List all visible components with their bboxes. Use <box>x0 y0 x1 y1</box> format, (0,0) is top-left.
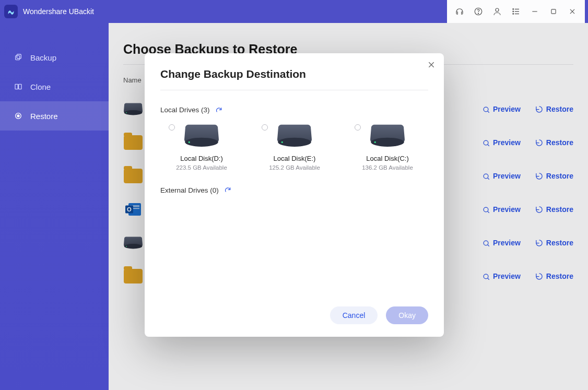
modal-title: Change Backup Destination <box>160 68 428 80</box>
drive-available: 223.5 GB Available <box>176 164 227 171</box>
refresh-icon[interactable] <box>215 107 222 114</box>
svg-point-45 <box>281 141 283 143</box>
local-drives-header: Local Drives (3) <box>160 106 428 114</box>
app-logo <box>4 5 18 18</box>
modal-footer: Cancel Okay <box>160 306 428 324</box>
modal-divider <box>160 90 428 90</box>
svg-point-1 <box>478 13 478 14</box>
svg-rect-10 <box>551 9 556 14</box>
drive-available: 136.2 GB Available <box>362 164 413 171</box>
drive-icon <box>277 123 312 148</box>
clone-icon <box>14 82 23 91</box>
sidebar-item-backup[interactable]: Backup <box>0 43 109 72</box>
svg-point-43 <box>189 141 190 143</box>
change-destination-modal: Change Backup Destination Local Drives (… <box>145 53 444 337</box>
app-window: Wondershare UBackit Backup Clone Resto <box>0 0 588 390</box>
close-button[interactable] <box>565 4 580 19</box>
radio-icon[interactable] <box>169 124 175 131</box>
drive-name: Local Disk(C:) <box>366 155 409 162</box>
svg-rect-15 <box>15 84 18 89</box>
svg-point-5 <box>513 11 514 12</box>
svg-point-2 <box>496 8 499 11</box>
drive-icon <box>184 123 219 148</box>
backup-icon <box>14 53 23 62</box>
menu-icon[interactable] <box>509 4 523 19</box>
restore-icon <box>14 111 23 121</box>
svg-point-18 <box>17 115 19 117</box>
drive-icon <box>370 123 405 148</box>
app-title: Wondershare UBackit <box>23 7 94 16</box>
help-icon[interactable] <box>471 4 486 19</box>
maximize-button[interactable] <box>546 4 561 19</box>
refresh-icon[interactable] <box>224 186 231 194</box>
drive-option[interactable]: Local Disk(D:) 223.5 GB Available <box>168 123 236 171</box>
okay-button[interactable]: Okay <box>386 306 428 324</box>
sidebar-item-label: Clone <box>30 82 51 91</box>
external-drives-header: External Drives (0) <box>160 186 428 194</box>
drive-name: Local Disk(D:) <box>180 155 223 162</box>
minimize-button[interactable] <box>527 4 542 19</box>
svg-rect-16 <box>19 84 21 89</box>
sidebar: Backup Clone Restore <box>0 23 109 390</box>
svg-point-7 <box>513 14 514 15</box>
account-icon[interactable] <box>490 4 504 19</box>
svg-rect-14 <box>17 54 21 58</box>
support-icon[interactable] <box>452 4 467 19</box>
title-bar: Wondershare UBackit <box>0 0 588 23</box>
svg-rect-13 <box>16 56 20 60</box>
external-drives-label: External Drives (0) <box>160 186 219 194</box>
drive-name: Local Disk(E:) <box>274 155 316 162</box>
cancel-button[interactable]: Cancel <box>330 306 378 324</box>
drive-option[interactable]: Local Disk(C:) 136.2 GB Available <box>354 123 421 171</box>
drive-list: Local Disk(D:) 223.5 GB Available Local … <box>160 123 428 171</box>
sidebar-item-restore[interactable]: Restore <box>0 101 109 131</box>
sidebar-item-clone[interactable]: Clone <box>0 72 109 101</box>
svg-point-47 <box>374 141 376 143</box>
sidebar-item-label: Restore <box>30 112 58 121</box>
drive-option[interactable]: Local Disk(E:) 125.2 GB Available <box>261 123 328 171</box>
modal-close-button[interactable] <box>427 61 436 69</box>
local-drives-label: Local Drives (3) <box>160 106 210 114</box>
window-controls <box>447 0 585 23</box>
sidebar-item-label: Backup <box>30 53 56 62</box>
radio-icon[interactable] <box>262 124 268 131</box>
drive-available: 125.2 GB Available <box>269 164 320 171</box>
radio-icon[interactable] <box>355 124 361 131</box>
svg-point-3 <box>513 9 514 10</box>
